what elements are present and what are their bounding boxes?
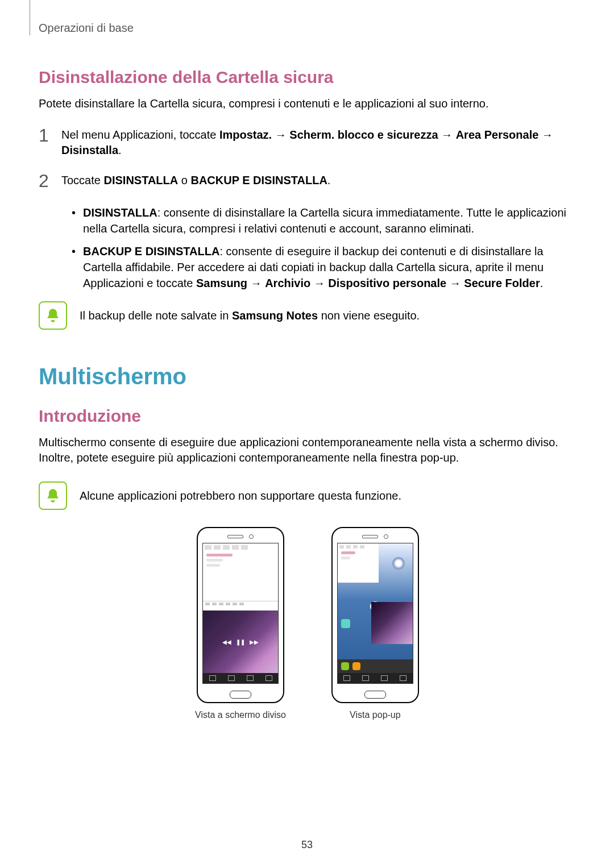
arrow: → — [272, 128, 289, 141]
arrow: → — [310, 277, 328, 289]
step-number: 1 — [39, 126, 61, 144]
phone-mock-icon: ◀◀❚❚▶▶ — [197, 527, 284, 703]
text: non viene eseguito. — [318, 309, 420, 322]
uninstall-bullets: DISINSTALLA: consente di disinstallare l… — [72, 205, 575, 291]
bold: DISINSTALLA — [103, 174, 178, 186]
uninstall-intro: Potete disinstallare la Cartella sicura,… — [39, 96, 575, 111]
step-text: Nel menu Applicazioni, toccate Impostaz.… — [61, 127, 575, 158]
text: o — [178, 174, 190, 186]
bullet-item: DISINSTALLA: consente di disinstallare l… — [72, 205, 575, 236]
figure-caption: Vista a schermo diviso — [195, 710, 286, 720]
bold: Dispositivo personale — [328, 277, 446, 289]
bell-icon — [39, 301, 67, 330]
bold: Impostaz. — [219, 128, 272, 141]
period: . — [118, 144, 122, 156]
bold: Scherm. blocco e sicurezza — [289, 128, 438, 141]
text: Toccate — [61, 174, 103, 186]
note-text: Il backup delle note salvate in Samsung … — [80, 308, 420, 323]
period: . — [327, 174, 331, 186]
multiscreen-heading: Multischermo — [39, 364, 575, 389]
note-text: Alcune applicazioni potrebbero non suppo… — [80, 488, 401, 504]
intro-subheading: Introduzione — [39, 406, 575, 426]
figure-row: ◀◀❚❚▶▶ Vista a schermo diviso — [39, 527, 575, 720]
bold: DISINSTALLA — [83, 206, 157, 219]
bullet-item: BACKUP E DISINSTALLA: consente di esegui… — [72, 243, 575, 291]
figure-caption: Vista pop-up — [350, 710, 401, 720]
step-1: 1 Nel menu Applicazioni, toccate Imposta… — [39, 127, 575, 158]
note-row: Alcune applicazioni potrebbero non suppo… — [39, 481, 575, 510]
figure-popup: Vista pop-up — [331, 527, 419, 720]
arrow: → — [446, 277, 464, 289]
bold: Secure Folder — [464, 277, 540, 289]
arrow: → — [538, 128, 553, 141]
arrow: → — [438, 128, 456, 141]
arrow: → — [247, 277, 265, 289]
period: . — [540, 277, 544, 289]
manual-page: Operazioni di base Disinstallazione dell… — [0, 0, 614, 868]
bold: BACKUP E DISINSTALLA — [83, 245, 219, 258]
bold: Archivio — [265, 277, 310, 289]
bold: Samsung Notes — [232, 309, 318, 322]
bold: BACKUP E DISINSTALLA — [190, 174, 327, 186]
text: Il backup delle note salvate in — [80, 309, 232, 322]
page-number: 53 — [301, 839, 313, 851]
step-text: Toccate DISINSTALLA o BACKUP E DISINSTAL… — [61, 173, 575, 188]
step-2: 2 Toccate DISINSTALLA o BACKUP E DISINST… — [39, 173, 575, 190]
figure-split-view: ◀◀❚❚▶▶ Vista a schermo diviso — [195, 527, 286, 720]
note-row: Il backup delle note salvate in Samsung … — [39, 301, 575, 330]
phone-mock-icon — [331, 527, 419, 703]
bell-icon — [39, 481, 67, 510]
text: Nel menu Applicazioni, toccate — [61, 128, 219, 141]
bold: Disinstalla — [61, 144, 118, 156]
bold: Area Personale — [456, 128, 539, 141]
running-head: Operazioni di base — [39, 22, 575, 35]
uninstall-heading: Disinstallazione della Cartella sicura — [39, 68, 575, 87]
bold: Samsung — [196, 277, 247, 289]
multiscreen-intro: Multischermo consente di eseguire due ap… — [39, 435, 575, 466]
step-number: 2 — [39, 172, 61, 190]
margin-rule — [30, 0, 30, 35]
